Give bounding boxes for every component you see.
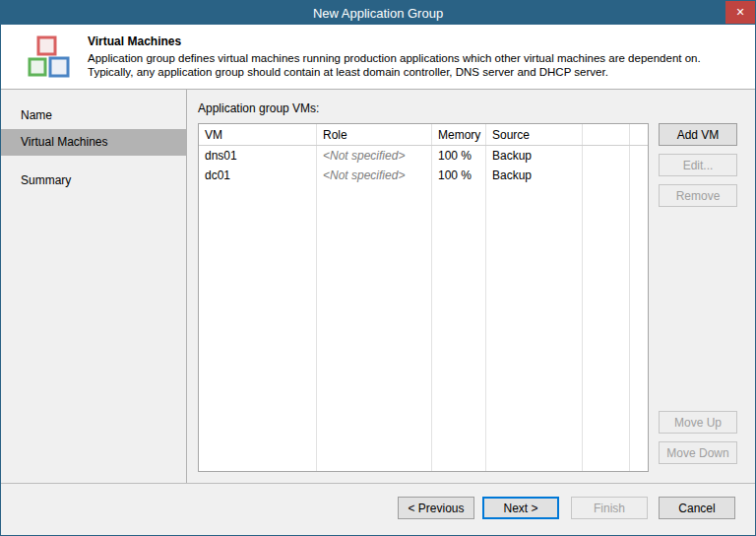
add-vm-button[interactable]: Add VM [659, 123, 737, 146]
cell-role[interactable]: <Not specified> [317, 168, 432, 182]
step-description-line1: Application group defines virtual machin… [88, 51, 701, 65]
next-button[interactable]: Next > [482, 497, 559, 519]
table-row[interactable]: dns01 <Not specified> 100 % Backup [199, 146, 648, 166]
cell-vm[interactable]: dns01 [199, 149, 317, 163]
window-title: New Application Group [313, 6, 443, 21]
column-header-role[interactable]: Role [317, 128, 432, 142]
new-application-group-dialog: New Application Group ✕ Virtual Machines… [0, 0, 756, 536]
step-description: Application group defines virtual machin… [88, 51, 701, 79]
previous-button[interactable]: < Previous [398, 497, 474, 519]
remove-button[interactable]: Remove [659, 184, 737, 207]
cell-source[interactable]: Backup [486, 149, 583, 163]
column-header-memory[interactable]: Memory [432, 128, 486, 142]
table-row[interactable]: dc01 <Not specified> 100 % Backup [199, 166, 648, 185]
finish-button[interactable]: Finish [571, 497, 648, 519]
step-title: Virtual Machines [88, 34, 701, 48]
sidebar-item-name[interactable]: Name [1, 102, 186, 129]
vm-table[interactable]: VM Role Memory Source dns01 <Not specifi… [198, 123, 649, 472]
application-group-icon [27, 34, 72, 80]
sidebar-item-virtual-machines[interactable]: Virtual Machines [1, 129, 186, 156]
wizard-content: Name Virtual Machines Summary Applicatio… [1, 90, 755, 483]
wizard-steps: Name Virtual Machines Summary [1, 90, 187, 483]
main-panel: Application group VMs: VM Role Memory So… [187, 90, 755, 483]
wizard-footer: < Previous Next > Finish Cancel [1, 483, 755, 535]
edit-button[interactable]: Edit... [659, 154, 737, 176]
sidebar-item-summary[interactable]: Summary [1, 168, 186, 194]
wizard-header: Virtual Machines Application group defin… [1, 25, 755, 90]
cell-memory[interactable]: 100 % [432, 149, 486, 163]
cell-vm[interactable]: dc01 [199, 168, 317, 182]
cancel-button[interactable]: Cancel [659, 497, 735, 519]
column-header-vm[interactable]: VM [199, 128, 317, 142]
close-button[interactable]: ✕ [725, 1, 755, 24]
cell-role[interactable]: <Not specified> [317, 149, 432, 163]
table-label: Application group VMs: [198, 101, 745, 117]
column-header-source[interactable]: Source [486, 128, 583, 142]
table-actions: Add VM Edit... Remove Move Up Move Down [659, 123, 737, 472]
cell-memory[interactable]: 100 % [432, 168, 486, 182]
move-down-button[interactable]: Move Down [659, 441, 737, 464]
step-description-line2: Typically, any application group should … [88, 65, 701, 79]
close-icon: ✕ [735, 6, 744, 19]
header-text: Virtual Machines Application group defin… [88, 34, 701, 79]
table-header-row: VM Role Memory Source [199, 124, 648, 146]
move-up-button[interactable]: Move Up [659, 411, 737, 434]
titlebar[interactable]: New Application Group ✕ [1, 1, 755, 25]
cell-source[interactable]: Backup [486, 168, 583, 182]
